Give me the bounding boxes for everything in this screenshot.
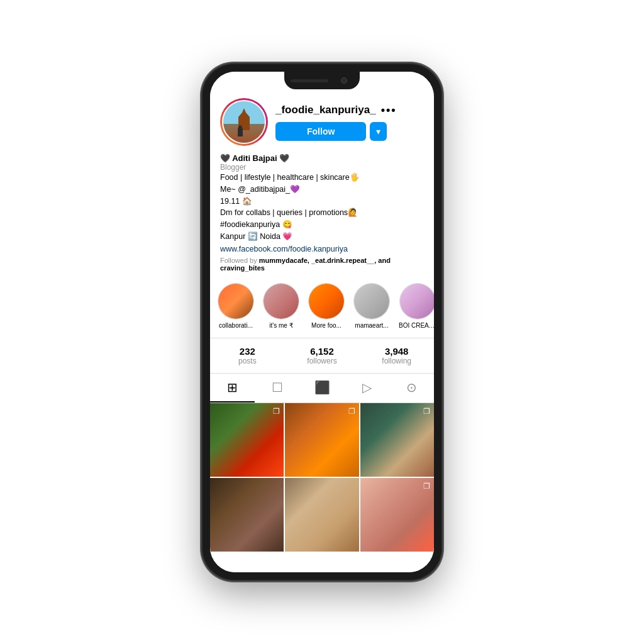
stat-item-following[interactable]: 3,948following: [359, 346, 434, 365]
multi-icon-2: ❐: [423, 407, 430, 416]
bio-name: 🖤 Aditi Bajpai 🖤: [220, 153, 424, 163]
tab-igtv[interactable]: ⬛: [299, 374, 344, 402]
tab-grid[interactable]: ⊞: [210, 374, 255, 402]
grid-item-0[interactable]: ❐: [210, 403, 284, 477]
bio-category: Blogger: [220, 163, 424, 172]
phone-notch: [284, 72, 360, 89]
highlight-label-2: More foo...: [311, 322, 341, 329]
bio-line-6: Kanpur 🔄 Noida 💗: [220, 231, 424, 243]
bio-link[interactable]: www.facebook.com/foodie.kanpuriya: [220, 245, 348, 253]
notch-speaker: [291, 79, 328, 82]
bio-line-2: Me~ @_aditibajpai_💜: [220, 184, 424, 196]
bio-line-4: Dm for collabs | queries | promotions🙋: [220, 207, 424, 219]
multi-icon-5: ❐: [423, 482, 430, 491]
grid-item-4[interactable]: [285, 478, 358, 552]
reels-icon: ▷: [362, 380, 372, 395]
grid-item-3[interactable]: [210, 478, 284, 552]
profile-header: _foodie_kanpuriya_ ••• Follow ▾: [210, 91, 434, 151]
square-icon: ☐: [272, 380, 283, 395]
stat-label-following: following: [382, 357, 411, 365]
followed-by: Followed by mummydacafe, _eat.drink.repe…: [220, 257, 424, 272]
phone-frame: _foodie_kanpuriya_ ••• Follow ▾ 🖤 Aditi …: [203, 64, 441, 580]
tab-posts[interactable]: ☐: [255, 374, 299, 402]
person-icon: ⊙: [406, 380, 417, 395]
screen-content: _foodie_kanpuriya_ ••• Follow ▾ 🖤 Aditi …: [210, 72, 434, 572]
photo-grid: ❐❐❐❐: [210, 403, 434, 552]
stat-number-followers: 6,152: [310, 346, 334, 357]
followed-by-text: Followed by: [220, 257, 259, 264]
profile-info: _foodie_kanpuriya_ ••• Follow ▾: [275, 104, 424, 141]
chevron-down-icon: ▾: [376, 126, 380, 136]
more-options-button[interactable]: •••: [381, 104, 397, 117]
bio-section: 🖤 Aditi Bajpai 🖤 Blogger Food | lifestyl…: [210, 151, 434, 277]
highlight-label-0: collaborati...: [219, 322, 253, 329]
username: _foodie_kanpuriya_: [275, 104, 376, 116]
highlight-item-1[interactable]: it's me ₹: [263, 283, 299, 329]
highlight-label-1: it's me ₹: [269, 322, 292, 329]
highlight-label-3: mamaeart...: [355, 322, 388, 329]
grid-item-1[interactable]: ❐: [285, 403, 358, 477]
stat-item-followers[interactable]: 6,152followers: [285, 346, 360, 365]
multi-icon-1: ❐: [348, 407, 355, 416]
stat-label-posts: posts: [238, 357, 257, 365]
username-row: _foodie_kanpuriya_ •••: [275, 104, 424, 117]
grid-item-2[interactable]: ❐: [360, 403, 434, 477]
follow-button[interactable]: Follow: [275, 122, 366, 141]
stat-number-following: 3,948: [385, 346, 409, 357]
stat-number-posts: 232: [240, 346, 255, 357]
bio-line-1: Food | lifestyle | healthcare | skincare…: [220, 172, 424, 184]
tab-reels[interactable]: ▷: [345, 374, 389, 402]
highlights-row: collaborati...it's me ₹More foo...mamaea…: [210, 277, 434, 335]
avatar: [222, 100, 266, 144]
highlight-label-4: BOI CREAT...: [399, 322, 434, 329]
stat-item-posts[interactable]: 232posts: [210, 346, 285, 365]
highlight-item-3[interactable]: mamaeart...: [353, 283, 390, 329]
phone-screen: _foodie_kanpuriya_ ••• Follow ▾ 🖤 Aditi …: [210, 72, 434, 572]
play-icon: ⬛: [314, 380, 330, 395]
stats-row: 232posts6,152followers3,948following: [210, 338, 434, 374]
grid-icon: ⊞: [227, 380, 238, 395]
bio-line-3: 19.11 🏠: [220, 196, 424, 208]
multi-icon-0: ❐: [273, 407, 280, 416]
avatar-image: [223, 101, 265, 143]
highlight-item-2[interactable]: More foo...: [308, 283, 345, 329]
notch-camera: [341, 77, 347, 84]
avatar-figure: [238, 125, 243, 136]
avatar-wrapper: [220, 98, 268, 146]
highlight-item-4[interactable]: BOI CREAT...: [399, 283, 434, 329]
stat-label-followers: followers: [307, 357, 336, 365]
follow-dropdown-button[interactable]: ▾: [370, 122, 387, 141]
tab-tagged[interactable]: ⊙: [389, 374, 434, 402]
bio-line-5: #foodiekanpuriya 😋: [220, 219, 424, 231]
highlight-item-0[interactable]: collaborati...: [218, 283, 254, 329]
grid-item-5[interactable]: ❐: [360, 478, 434, 552]
action-row: Follow ▾: [275, 122, 424, 141]
tab-row: ⊞ ☐ ⬛ ▷ ⊙: [210, 374, 434, 403]
